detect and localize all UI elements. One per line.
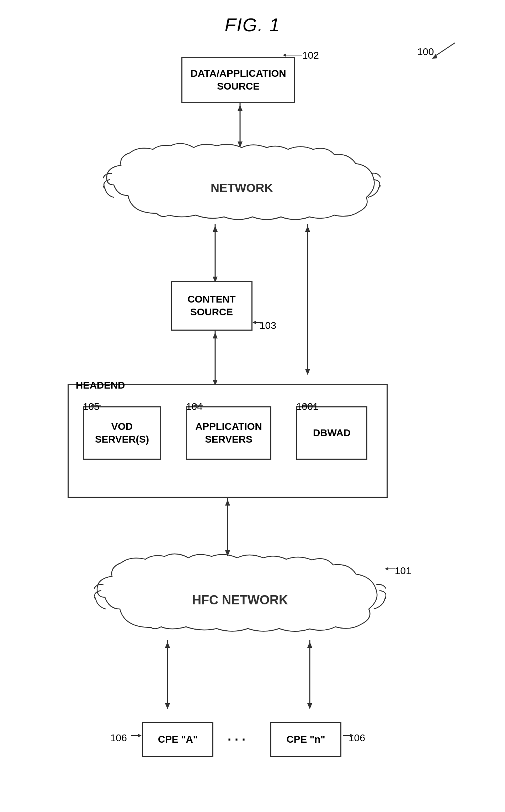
svg-text:HFC NETWORK: HFC NETWORK — [192, 593, 288, 607]
svg-marker-35 — [307, 703, 312, 709]
ref-106-left: 106 — [110, 732, 127, 744]
svg-marker-13 — [305, 226, 310, 232]
vod-server-label: VOD SERVER(S) — [95, 420, 149, 446]
arrow-headend-to-hfc — [222, 498, 233, 558]
ref-102-arrow — [281, 50, 309, 60]
cpe-a-box: CPE "A" — [142, 722, 213, 757]
cpe-a-label: CPE "A" — [158, 733, 198, 746]
svg-marker-15 — [253, 321, 256, 324]
arrow-hfc-to-cpe-n — [304, 640, 315, 711]
vod-server-box: VOD SERVER(S) — [83, 406, 161, 460]
content-source-label: CONTENT SOURCE — [187, 293, 235, 319]
app-servers-box: APPLICATION SERVERS — [186, 406, 271, 460]
dots-separator: · · · — [228, 732, 245, 747]
svg-marker-36 — [307, 642, 312, 648]
app-servers-label: APPLICATION SERVERS — [195, 420, 262, 446]
ref-101-arrow — [385, 565, 399, 573]
svg-marker-18 — [213, 332, 218, 338]
ref-106-right-arrow — [343, 732, 354, 739]
arrow-hfc-to-cpe-a — [162, 640, 173, 711]
svg-marker-3 — [283, 53, 286, 57]
arrow-contentsource-to-headend — [210, 331, 220, 388]
svg-marker-33 — [165, 642, 170, 648]
headend-label: HEADEND — [76, 380, 125, 391]
svg-line-0 — [434, 43, 455, 57]
svg-marker-24 — [303, 404, 306, 407]
dbwad-box: DBWAD — [296, 406, 367, 460]
svg-text:NETWORK: NETWORK — [211, 181, 273, 194]
cpe-n-box: CPE "n" — [270, 722, 341, 757]
data-app-source-label: DATA/APPLICATION SOURCE — [190, 67, 286, 93]
svg-marker-32 — [165, 703, 170, 709]
svg-marker-38 — [138, 734, 142, 737]
svg-marker-22 — [193, 404, 197, 407]
ref-103-arrow — [253, 318, 267, 327]
content-source-box: CONTENT SOURCE — [171, 281, 253, 331]
diagram-ref-arrow — [423, 39, 459, 60]
dbwad-label: DBWAD — [313, 427, 351, 439]
svg-marker-27 — [225, 500, 230, 506]
cpe-n-label: CPE "n" — [286, 733, 325, 746]
arrow-network-to-headend-right — [302, 224, 313, 377]
headend-box: HEADEND VOD SERVER(S) 105 APPLICATION SE… — [68, 384, 388, 498]
svg-marker-20 — [91, 404, 94, 407]
svg-marker-10 — [213, 226, 218, 232]
data-app-source-box: DATA/APPLICATION SOURCE — [181, 57, 295, 103]
svg-marker-6 — [238, 105, 243, 111]
arrow-network-to-contentsource — [210, 224, 220, 284]
svg-marker-30 — [385, 567, 388, 571]
svg-marker-12 — [305, 369, 310, 375]
figure-title: FIG. 1 — [225, 14, 280, 36]
hfc-network-cloud: HFC NETWORK — [94, 553, 386, 642]
svg-marker-40 — [350, 734, 354, 737]
ref-106-left-arrow — [131, 732, 142, 739]
network-cloud: NETWORK — [103, 142, 381, 228]
